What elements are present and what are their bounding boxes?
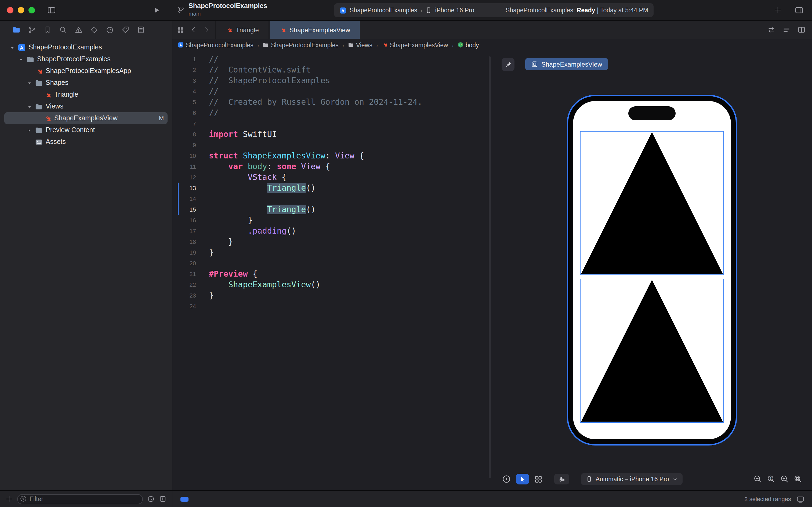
triangle-view-frame-1[interactable] bbox=[580, 131, 724, 275]
go-back-icon[interactable] bbox=[190, 26, 197, 33]
recent-files-filter-icon[interactable] bbox=[147, 495, 155, 503]
triangle-shape-2[interactable] bbox=[581, 280, 723, 421]
code-line-5[interactable]: 5// Created by Russell Gordon on 2024-11… bbox=[172, 97, 492, 107]
code-line-13[interactable]: 13 Triangle() bbox=[172, 183, 492, 193]
triangle-view-frame-2[interactable] bbox=[580, 279, 724, 423]
variants-button[interactable] bbox=[534, 475, 542, 483]
triangle-shape-1[interactable] bbox=[581, 132, 723, 274]
line-number[interactable]: 1 bbox=[172, 54, 196, 64]
line-number[interactable]: 20 bbox=[172, 258, 196, 269]
sidebar-item-assets[interactable]: Assets bbox=[4, 136, 168, 148]
fullscreen-window-button[interactable] bbox=[28, 7, 35, 13]
scheme-name[interactable]: ShapeProtocolExamples bbox=[350, 7, 417, 13]
tab-shapeexamplesview[interactable]: ShapeExamplesView bbox=[269, 21, 360, 39]
line-number[interactable]: 5 bbox=[172, 97, 196, 107]
editor-focus-indicator[interactable] bbox=[180, 497, 188, 501]
code-line-1[interactable]: 1// bbox=[172, 54, 492, 64]
zoom-out-icon[interactable] bbox=[753, 475, 762, 484]
code-line-22[interactable]: 22 ShapeExamplesView() bbox=[172, 279, 492, 290]
sidebar-item-shapeexamplesview[interactable]: ShapeExamplesViewM bbox=[4, 112, 168, 124]
reports-navigator-icon[interactable] bbox=[137, 26, 145, 34]
sidebar-item-shapeprotocolexamples[interactable]: ShapeProtocolExamples bbox=[4, 41, 168, 53]
code-line-12[interactable]: 12 VStack { bbox=[172, 172, 492, 183]
selectable-mode-button[interactable] bbox=[516, 474, 529, 485]
run-button[interactable] bbox=[153, 6, 161, 14]
go-forward-icon[interactable] bbox=[203, 26, 210, 33]
code-line-19[interactable]: 19} bbox=[172, 247, 492, 258]
source-control-filter-icon[interactable] bbox=[159, 495, 167, 503]
pin-preview-button[interactable] bbox=[502, 58, 515, 71]
line-number[interactable]: 22 bbox=[172, 279, 196, 290]
sidebar-item-triangle[interactable]: Triangle bbox=[4, 89, 168, 101]
source-editor[interactable]: 1//2// ContentView.swift3// ShapeProtoco… bbox=[172, 51, 492, 491]
line-number[interactable]: 4 bbox=[172, 86, 196, 97]
code-line-16[interactable]: 16 } bbox=[172, 215, 492, 226]
disclosure-down-icon[interactable] bbox=[27, 80, 32, 86]
filter-input[interactable] bbox=[17, 494, 143, 504]
bookmarks-navigator-icon[interactable] bbox=[44, 26, 52, 34]
sidebar-item-shapeprotocolexamples[interactable]: ShapeProtocolExamples bbox=[4, 53, 168, 65]
iphone-screen[interactable] bbox=[573, 101, 731, 439]
add-file-button[interactable] bbox=[5, 495, 13, 503]
line-number[interactable]: 15 bbox=[172, 204, 196, 215]
code-line-4[interactable]: 4// bbox=[172, 86, 492, 97]
code-line-8[interactable]: 8import SwiftUI bbox=[172, 129, 492, 139]
issues-navigator-icon[interactable] bbox=[75, 26, 83, 34]
breadcrumb-item-shapeprotocolexamples[interactable]: ShapeProtocolExamples bbox=[263, 42, 339, 48]
line-number[interactable]: 18 bbox=[172, 236, 196, 247]
sidebar-item-shapes[interactable]: Shapes bbox=[4, 77, 168, 89]
breadcrumb-item-body[interactable]: Pbody bbox=[458, 42, 479, 48]
code-line-9[interactable]: 9 bbox=[172, 139, 492, 150]
line-number[interactable]: 21 bbox=[172, 269, 196, 279]
breakpoints-navigator-icon[interactable] bbox=[121, 26, 129, 34]
preview-tab-chip[interactable]: ShapeExamplesView bbox=[525, 58, 608, 70]
code-line-3[interactable]: 3// ShapeProtocolExamples bbox=[172, 75, 492, 86]
breadcrumb-item-views[interactable]: Views bbox=[348, 42, 372, 48]
code-line-20[interactable]: 20 bbox=[172, 258, 492, 269]
line-number[interactable]: 24 bbox=[172, 301, 196, 312]
code-line-24[interactable]: 24 bbox=[172, 301, 492, 312]
editor-scrollbar[interactable] bbox=[489, 56, 491, 478]
debug-navigator-icon[interactable] bbox=[106, 26, 114, 34]
inspector-toggle-icon[interactable] bbox=[795, 6, 803, 14]
library-button[interactable] bbox=[774, 6, 782, 14]
activity-view[interactable]: ShapeProtocolExamples › iPhone 16 Pro Sh… bbox=[334, 3, 653, 17]
code-line-11[interactable]: 11 var body: some View { bbox=[172, 161, 492, 172]
code-area[interactable]: 1//2// ContentView.swift3// ShapeProtoco… bbox=[172, 54, 492, 312]
line-number[interactable]: 12 bbox=[172, 172, 196, 183]
zoom-actual-size-icon[interactable]: 1 bbox=[767, 475, 775, 484]
zoom-to-fit-icon[interactable] bbox=[794, 475, 802, 484]
code-line-14[interactable]: 14 bbox=[172, 193, 492, 204]
line-number[interactable]: 2 bbox=[172, 64, 196, 75]
split-editor-icon[interactable] bbox=[798, 26, 806, 34]
run-destination[interactable]: iPhone 16 Pro bbox=[435, 7, 474, 13]
code-line-10[interactable]: 10struct ShapeExamplesView: View { bbox=[172, 150, 492, 161]
tests-navigator-icon[interactable] bbox=[90, 26, 98, 34]
disclosure-down-icon[interactable] bbox=[27, 104, 32, 109]
code-line-18[interactable]: 18 } bbox=[172, 236, 492, 247]
code-line-2[interactable]: 2// ContentView.swift bbox=[172, 64, 492, 75]
minimize-window-button[interactable] bbox=[18, 7, 24, 13]
live-preview-button[interactable] bbox=[502, 475, 511, 484]
breadcrumb-item-shapeexamplesview[interactable]: ShapeExamplesView bbox=[382, 42, 448, 48]
line-number[interactable]: 6 bbox=[172, 107, 196, 118]
line-number[interactable]: 7 bbox=[172, 118, 196, 129]
code-line-23[interactable]: 23} bbox=[172, 290, 492, 301]
find-navigator-icon[interactable] bbox=[59, 26, 67, 34]
line-number[interactable]: 9 bbox=[172, 139, 196, 150]
code-line-6[interactable]: 6// bbox=[172, 107, 492, 118]
line-number[interactable]: 23 bbox=[172, 290, 196, 301]
code-line-15[interactable]: 15 Triangle() bbox=[172, 204, 492, 215]
device-settings-button[interactable] bbox=[554, 474, 569, 485]
project-navigator-icon[interactable] bbox=[12, 26, 20, 34]
sidebar-item-preview-content[interactable]: Preview Content bbox=[4, 124, 168, 136]
disclosure-right-icon[interactable] bbox=[27, 127, 32, 133]
sidebar-divider[interactable] bbox=[172, 20, 172, 507]
code-line-21[interactable]: 21#Preview { bbox=[172, 269, 492, 279]
line-number[interactable]: 10 bbox=[172, 150, 196, 161]
swap-editors-icon[interactable] bbox=[767, 26, 775, 34]
zoom-in-icon[interactable] bbox=[780, 475, 789, 484]
line-number[interactable]: 19 bbox=[172, 247, 196, 258]
code-line-17[interactable]: 17 .padding() bbox=[172, 226, 492, 236]
display-icon[interactable] bbox=[797, 495, 805, 503]
